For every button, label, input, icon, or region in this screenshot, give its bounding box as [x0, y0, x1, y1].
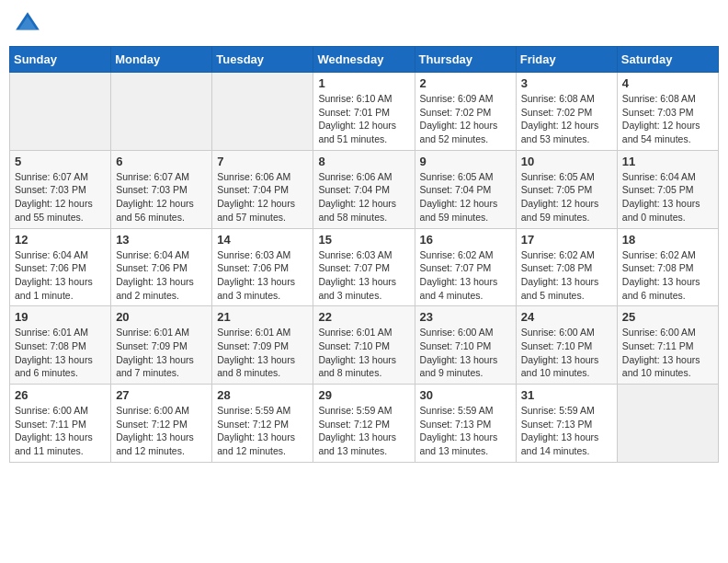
day-number: 23: [420, 310, 511, 324]
day-number: 20: [116, 310, 207, 324]
cell-content: Sunrise: 6:10 AM Sunset: 7:01 PM Dayligh…: [318, 92, 409, 146]
day-number: 9: [420, 155, 511, 168]
calendar-cell: 23Sunrise: 6:00 AM Sunset: 7:10 PM Dayli…: [415, 306, 516, 385]
calendar-cell: 5Sunrise: 6:07 AM Sunset: 7:03 PM Daylig…: [10, 150, 111, 228]
weekday-header-saturday: Saturday: [617, 47, 718, 73]
cell-content: Sunrise: 6:01 AM Sunset: 7:09 PM Dayligh…: [116, 326, 207, 380]
calendar-cell: 4Sunrise: 6:08 AM Sunset: 7:03 PM Daylig…: [617, 73, 718, 151]
calendar-cell: 22Sunrise: 6:01 AM Sunset: 7:10 PM Dayli…: [313, 306, 415, 385]
calendar-cell: 16Sunrise: 6:02 AM Sunset: 7:07 PM Dayli…: [415, 228, 516, 306]
day-number: 4: [622, 76, 713, 90]
calendar-cell: 14Sunrise: 6:03 AM Sunset: 7:06 PM Dayli…: [212, 228, 313, 306]
cell-content: Sunrise: 6:01 AM Sunset: 7:09 PM Dayligh…: [217, 326, 308, 380]
calendar-week-row: 1Sunrise: 6:10 AM Sunset: 7:01 PM Daylig…: [10, 73, 719, 151]
day-number: 25: [622, 310, 713, 324]
calendar-cell: 12Sunrise: 6:04 AM Sunset: 7:06 PM Dayli…: [10, 228, 111, 306]
cell-content: Sunrise: 6:03 AM Sunset: 7:07 PM Dayligh…: [318, 248, 409, 303]
day-number: 29: [318, 388, 409, 402]
calendar-table: SundayMondayTuesdayWednesdayThursdayFrid…: [9, 46, 719, 463]
page-header: [9, 9, 719, 39]
calendar-week-row: 19Sunrise: 6:01 AM Sunset: 7:08 PM Dayli…: [10, 306, 719, 385]
calendar-cell: 29Sunrise: 5:59 AM Sunset: 7:12 PM Dayli…: [313, 385, 415, 463]
calendar-cell: [212, 73, 313, 151]
calendar-cell: 24Sunrise: 6:00 AM Sunset: 7:10 PM Dayli…: [516, 306, 617, 385]
cell-content: Sunrise: 6:00 AM Sunset: 7:10 PM Dayligh…: [420, 326, 511, 380]
logo: [13, 9, 46, 39]
calendar-cell: 30Sunrise: 5:59 AM Sunset: 7:13 PM Dayli…: [415, 385, 516, 463]
calendar-week-row: 12Sunrise: 6:04 AM Sunset: 7:06 PM Dayli…: [10, 228, 719, 306]
day-number: 8: [318, 155, 409, 168]
calendar-cell: 6Sunrise: 6:07 AM Sunset: 7:03 PM Daylig…: [111, 150, 212, 228]
cell-content: Sunrise: 6:02 AM Sunset: 7:08 PM Dayligh…: [622, 248, 713, 303]
weekday-header-friday: Friday: [516, 47, 617, 73]
day-number: 30: [420, 388, 511, 402]
cell-content: Sunrise: 5:59 AM Sunset: 7:13 PM Dayligh…: [521, 404, 612, 458]
day-number: 10: [521, 155, 612, 168]
cell-content: Sunrise: 5:59 AM Sunset: 7:12 PM Dayligh…: [217, 404, 308, 458]
cell-content: Sunrise: 6:02 AM Sunset: 7:08 PM Dayligh…: [521, 248, 612, 303]
weekday-header-thursday: Thursday: [415, 47, 516, 73]
weekday-header-wednesday: Wednesday: [313, 47, 415, 73]
calendar-week-row: 5Sunrise: 6:07 AM Sunset: 7:03 PM Daylig…: [10, 150, 719, 228]
cell-content: Sunrise: 6:08 AM Sunset: 7:02 PM Dayligh…: [521, 92, 612, 146]
cell-content: Sunrise: 6:05 AM Sunset: 7:04 PM Dayligh…: [420, 170, 511, 224]
cell-content: Sunrise: 6:06 AM Sunset: 7:04 PM Dayligh…: [318, 170, 409, 224]
day-number: 17: [521, 233, 612, 247]
calendar-cell: 28Sunrise: 5:59 AM Sunset: 7:12 PM Dayli…: [212, 385, 313, 463]
calendar-cell: 27Sunrise: 6:00 AM Sunset: 7:12 PM Dayli…: [111, 385, 212, 463]
day-number: 3: [521, 76, 612, 90]
cell-content: Sunrise: 6:02 AM Sunset: 7:07 PM Dayligh…: [420, 248, 511, 303]
weekday-header-tuesday: Tuesday: [212, 47, 313, 73]
cell-content: Sunrise: 6:04 AM Sunset: 7:06 PM Dayligh…: [15, 248, 106, 303]
day-number: 18: [622, 233, 713, 247]
calendar-cell: 31Sunrise: 5:59 AM Sunset: 7:13 PM Dayli…: [516, 385, 617, 463]
day-number: 22: [318, 310, 409, 324]
cell-content: Sunrise: 6:03 AM Sunset: 7:06 PM Dayligh…: [217, 248, 308, 303]
day-number: 16: [420, 233, 511, 247]
day-number: 12: [15, 233, 106, 247]
day-number: 31: [521, 388, 612, 402]
day-number: 13: [116, 233, 207, 247]
cell-content: Sunrise: 6:01 AM Sunset: 7:08 PM Dayligh…: [15, 326, 106, 380]
calendar-cell: [617, 385, 718, 463]
day-number: 14: [217, 233, 308, 247]
cell-content: Sunrise: 6:06 AM Sunset: 7:04 PM Dayligh…: [217, 170, 308, 224]
cell-content: Sunrise: 6:08 AM Sunset: 7:03 PM Dayligh…: [622, 92, 713, 146]
calendar-cell: 10Sunrise: 6:05 AM Sunset: 7:05 PM Dayli…: [516, 150, 617, 228]
cell-content: Sunrise: 5:59 AM Sunset: 7:13 PM Dayligh…: [420, 404, 511, 458]
cell-content: Sunrise: 6:07 AM Sunset: 7:03 PM Dayligh…: [116, 170, 207, 224]
cell-content: Sunrise: 6:09 AM Sunset: 7:02 PM Dayligh…: [420, 92, 511, 146]
day-number: 2: [420, 76, 511, 90]
calendar-cell: 21Sunrise: 6:01 AM Sunset: 7:09 PM Dayli…: [212, 306, 313, 385]
day-number: 27: [116, 388, 207, 402]
day-number: 1: [318, 76, 409, 90]
cell-content: Sunrise: 6:07 AM Sunset: 7:03 PM Dayligh…: [15, 170, 106, 224]
day-number: 19: [15, 310, 106, 324]
calendar-cell: 19Sunrise: 6:01 AM Sunset: 7:08 PM Dayli…: [10, 306, 111, 385]
calendar-cell: 17Sunrise: 6:02 AM Sunset: 7:08 PM Dayli…: [516, 228, 617, 306]
calendar-week-row: 26Sunrise: 6:00 AM Sunset: 7:11 PM Dayli…: [10, 385, 719, 463]
cell-content: Sunrise: 6:05 AM Sunset: 7:05 PM Dayligh…: [521, 170, 612, 224]
cell-content: Sunrise: 6:00 AM Sunset: 7:11 PM Dayligh…: [622, 326, 713, 380]
calendar-cell: 15Sunrise: 6:03 AM Sunset: 7:07 PM Dayli…: [313, 228, 415, 306]
calendar-cell: [111, 73, 212, 151]
calendar-cell: 11Sunrise: 6:04 AM Sunset: 7:05 PM Dayli…: [617, 150, 718, 228]
day-number: 21: [217, 310, 308, 324]
day-number: 26: [15, 388, 106, 402]
cell-content: Sunrise: 6:00 AM Sunset: 7:10 PM Dayligh…: [521, 326, 612, 380]
calendar-cell: 8Sunrise: 6:06 AM Sunset: 7:04 PM Daylig…: [313, 150, 415, 228]
calendar-cell: 13Sunrise: 6:04 AM Sunset: 7:06 PM Dayli…: [111, 228, 212, 306]
calendar-cell: 9Sunrise: 6:05 AM Sunset: 7:04 PM Daylig…: [415, 150, 516, 228]
cell-content: Sunrise: 6:04 AM Sunset: 7:05 PM Dayligh…: [622, 170, 713, 224]
calendar-cell: 3Sunrise: 6:08 AM Sunset: 7:02 PM Daylig…: [516, 73, 617, 151]
cell-content: Sunrise: 6:00 AM Sunset: 7:11 PM Dayligh…: [15, 404, 106, 458]
day-number: 6: [116, 155, 207, 168]
calendar-cell: 25Sunrise: 6:00 AM Sunset: 7:11 PM Dayli…: [617, 306, 718, 385]
day-number: 24: [521, 310, 612, 324]
calendar-cell: 20Sunrise: 6:01 AM Sunset: 7:09 PM Dayli…: [111, 306, 212, 385]
weekday-header-monday: Monday: [111, 47, 212, 73]
day-number: 7: [217, 155, 308, 168]
day-number: 11: [622, 155, 713, 168]
day-number: 15: [318, 233, 409, 247]
calendar-cell: [10, 73, 111, 151]
